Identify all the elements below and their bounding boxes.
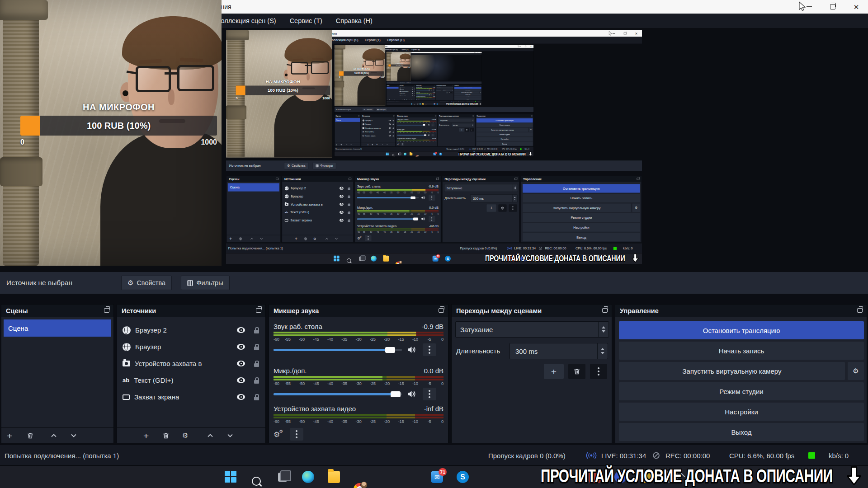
taskbar-icon-app[interactable] (451, 103, 453, 105)
lock-icon[interactable] (348, 212, 350, 214)
add-scene-button[interactable]: + (336, 143, 337, 145)
visibility-eye-icon[interactable] (412, 89, 413, 90)
scene-list-item[interactable]: Сцена (4, 319, 111, 337)
speaker-icon[interactable] (428, 124, 430, 126)
remove-source-button[interactable] (372, 144, 373, 145)
source-row[interactable]: Браузер 2 (117, 322, 265, 338)
popout-dock-icon[interactable] (358, 115, 359, 116)
add-scene-button[interactable]: + (387, 99, 387, 100)
select-spinner-icon[interactable] (452, 87, 453, 89)
source-up-button[interactable] (409, 99, 410, 100)
taskbar-icon-search[interactable] (392, 153, 395, 155)
taskbar-icon-file-explorer[interactable] (383, 256, 389, 262)
start-recording-button[interactable]: Начать запись (454, 89, 481, 91)
visibility-eye-icon[interactable] (340, 195, 344, 197)
transition-menu-button[interactable] (590, 364, 607, 379)
start-virtual-camera-button[interactable]: Запустить виртуальную камеру (619, 362, 845, 380)
mixer-menu-button[interactable] (418, 99, 420, 100)
remove-scene-button[interactable] (27, 432, 34, 439)
channel-menu-button[interactable] (433, 94, 434, 96)
volume-slider-handle[interactable] (410, 196, 415, 199)
taskbar-icon-app[interactable] (614, 471, 627, 483)
remove-source-button[interactable] (304, 237, 307, 240)
source-row[interactable]: Захват экрана (117, 389, 265, 405)
source-properties-button[interactable]: ⚙ (182, 432, 188, 439)
add-source-button[interactable]: + (402, 99, 402, 100)
volume-slider[interactable] (357, 197, 419, 198)
virtual-camera-settings-button[interactable]: ⚙ (632, 203, 640, 212)
visibility-eye-icon[interactable] (340, 187, 344, 190)
menu-help[interactable]: Справка (H) (423, 54, 427, 55)
popout-dock-icon[interactable] (531, 115, 533, 116)
volume-slider-handle[interactable] (429, 90, 429, 90)
source-row[interactable]: Захват экрана (361, 134, 395, 137)
duration-spinbox[interactable]: 300 ms (442, 89, 453, 91)
select-spinner-icon[interactable] (472, 118, 474, 122)
source-row[interactable]: ab Текст (GDI+) (282, 208, 353, 216)
tray-chevron-icon[interactable] (678, 473, 685, 480)
source-row[interactable]: Браузер (361, 122, 395, 126)
menu-scene-collection[interactable]: Коллекция сцен (S) (217, 17, 276, 24)
taskbar-icon-file-explorer[interactable] (410, 153, 412, 155)
scene-down-button[interactable] (70, 432, 77, 439)
source-up-button[interactable] (325, 237, 329, 240)
taskbar-icon-app[interactable] (476, 153, 478, 155)
advanced-audio-icon[interactable]: ⚙⚙ (416, 99, 417, 100)
source-properties-button[interactable]: ⚙ (313, 237, 316, 240)
taskbar-icon-app[interactable] (545, 256, 551, 262)
scene-down-button[interactable] (350, 144, 352, 145)
visibility-eye-icon[interactable] (412, 88, 413, 88)
source-row[interactable]: Устройство захвата в (361, 126, 395, 130)
taskbar-icon-skype[interactable]: S (437, 103, 438, 105)
properties-button[interactable]: ⚙ Свойства (121, 276, 172, 290)
taskbar-icon-task-view[interactable] (276, 471, 288, 483)
remove-scene-button[interactable] (389, 99, 390, 100)
channel-menu-button[interactable] (433, 89, 434, 91)
volume-slider-handle[interactable] (424, 134, 426, 136)
popout-dock-icon[interactable] (276, 178, 278, 180)
popout-dock-icon[interactable] (435, 115, 436, 116)
select-spinner-icon[interactable] (513, 184, 518, 192)
restore-button[interactable] (821, 0, 844, 14)
source-down-button[interactable] (387, 144, 388, 145)
properties-button[interactable]: ⚙ Свойства (362, 108, 374, 111)
taskbar-icon-app[interactable] (487, 153, 490, 155)
source-row[interactable]: Захват экрана (399, 94, 415, 96)
virtual-camera-settings-button[interactable]: ⚙ (480, 91, 481, 93)
volume-slider-handle[interactable] (423, 124, 425, 126)
lock-icon[interactable] (414, 95, 415, 96)
taskbar-icon-app[interactable] (640, 471, 652, 483)
filters-button[interactable]: Фильтры (406, 82, 411, 84)
volume-slider[interactable] (357, 218, 419, 219)
remove-scene-button[interactable] (239, 237, 242, 240)
spinbox-spinner-icon[interactable] (597, 343, 608, 359)
exit-button[interactable]: Выход (454, 98, 481, 100)
lock-icon[interactable] (348, 188, 350, 190)
scene-up-button[interactable] (50, 432, 57, 439)
visibility-eye-icon[interactable] (389, 120, 391, 121)
volume-slider[interactable] (274, 349, 402, 351)
popout-dock-icon[interactable] (398, 85, 398, 86)
start-virtual-camera-button[interactable]: Запустить виртуальную камеру (454, 91, 479, 93)
start-recording-button[interactable]: Начать запись (523, 194, 640, 202)
volume-slider[interactable] (397, 135, 427, 135)
speaker-icon[interactable] (421, 217, 426, 221)
lock-icon[interactable] (414, 88, 415, 88)
menu-scene-collection[interactable]: Коллекция сцен (S) (330, 38, 359, 42)
source-down-button[interactable] (411, 99, 412, 100)
source-row[interactable]: ab Текст (GDI+) (117, 372, 265, 389)
lock-icon[interactable] (254, 347, 259, 350)
add-scene-button[interactable]: + (229, 236, 232, 241)
spinbox-spinner-icon[interactable] (472, 123, 474, 127)
preview-canvas[interactable]: звания ✕ Коллекция сцен (S) Сервис (Т) С… (335, 45, 534, 156)
popout-dock-icon[interactable] (472, 115, 474, 116)
stop-streaming-button[interactable]: Остановить трансляцию (523, 184, 640, 192)
taskbar-icon-edge[interactable] (302, 471, 314, 483)
popout-dock-icon[interactable] (453, 85, 453, 86)
remove-source-button[interactable] (162, 432, 170, 439)
start-virtual-camera-button[interactable]: Запустить виртуальную камеру (523, 203, 631, 212)
studio-mode-button[interactable]: Режим студии (454, 94, 481, 95)
taskbar-icon-app[interactable] (454, 103, 455, 105)
exit-button[interactable]: Выход (523, 233, 640, 241)
menu-help[interactable]: Справка (H) (336, 17, 373, 24)
